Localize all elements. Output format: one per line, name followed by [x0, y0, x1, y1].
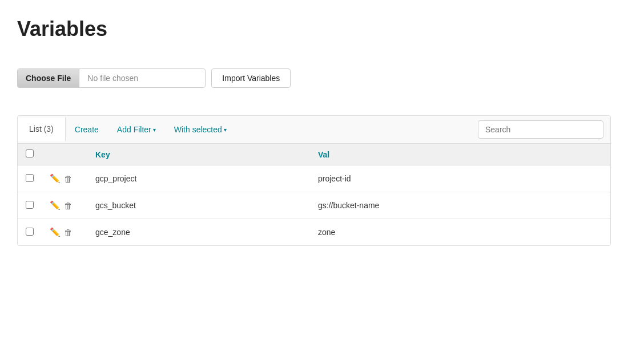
- add-filter-button[interactable]: Add Filter ▾: [108, 118, 165, 141]
- table-row: ✏️ 🗑 gcp_project project-id: [18, 165, 610, 192]
- row-checkbox-cell: [18, 219, 42, 246]
- row-actions: ✏️ 🗑: [50, 227, 79, 237]
- row-checkbox-2[interactable]: [26, 228, 34, 236]
- table-header-row: Key Val: [18, 144, 610, 165]
- add-filter-label: Add Filter: [117, 125, 151, 134]
- row-val-cell: gs://bucket-name: [310, 192, 610, 219]
- import-section: Choose File No file chosen Import Variab…: [17, 58, 611, 98]
- header-key: Key: [87, 144, 310, 165]
- row-val-cell: zone: [310, 219, 610, 246]
- variables-table-section: List (3) Create Add Filter ▾ With select…: [17, 115, 611, 246]
- delete-icon[interactable]: 🗑: [64, 228, 73, 237]
- header-val: Val: [310, 144, 610, 165]
- row-actions-cell: ✏️ 🗑: [42, 192, 87, 219]
- add-filter-dropdown-arrow: ▾: [153, 127, 156, 133]
- row-key-cell: gcp_project: [87, 165, 310, 192]
- create-button[interactable]: Create: [66, 118, 108, 141]
- row-checkbox-cell: [18, 192, 42, 219]
- row-key-cell: gcs_bucket: [87, 192, 310, 219]
- row-checkbox-cell: [18, 165, 42, 192]
- with-selected-button[interactable]: With selected ▾: [165, 118, 236, 141]
- create-label: Create: [75, 125, 99, 134]
- row-actions: ✏️ 🗑: [50, 200, 79, 211]
- row-checkbox-0[interactable]: [26, 174, 34, 182]
- val-column-label: Val: [318, 150, 329, 159]
- with-selected-dropdown-arrow: ▾: [224, 127, 227, 133]
- row-actions-cell: ✏️ 🗑: [42, 219, 87, 246]
- table-toolbar: List (3) Create Add Filter ▾ With select…: [18, 116, 610, 144]
- edit-icon[interactable]: ✏️: [50, 173, 61, 184]
- key-column-label: Key: [95, 150, 110, 159]
- row-actions-cell: ✏️ 🗑: [42, 165, 87, 192]
- delete-icon[interactable]: 🗑: [64, 201, 73, 211]
- row-val-cell: project-id: [310, 165, 610, 192]
- delete-icon[interactable]: 🗑: [64, 174, 73, 184]
- choose-file-button[interactable]: Choose File: [18, 69, 79, 87]
- import-variables-button[interactable]: Import Variables: [211, 68, 291, 88]
- variables-page: Variables Choose File No file chosen Imp…: [0, 0, 628, 364]
- edit-icon[interactable]: ✏️: [50, 200, 61, 211]
- header-checkbox-col: [18, 144, 42, 165]
- search-input[interactable]: [478, 120, 603, 139]
- page-title: Variables: [17, 17, 611, 41]
- list-tab: List (3): [18, 118, 66, 141]
- header-action-col: [42, 144, 87, 165]
- table-row: ✏️ 🗑 gcs_bucket gs://bucket-name: [18, 192, 610, 219]
- row-checkbox-1[interactable]: [26, 201, 34, 209]
- variables-table: Key Val ✏️ 🗑 gcp_project project-id: [18, 144, 610, 245]
- file-input-wrapper: Choose File No file chosen: [17, 68, 206, 88]
- row-key-cell: gce_zone: [87, 219, 310, 246]
- select-all-checkbox[interactable]: [26, 149, 34, 157]
- table-row: ✏️ 🗑 gce_zone zone: [18, 219, 610, 246]
- row-actions: ✏️ 🗑: [50, 173, 79, 184]
- file-name-display: No file chosen: [79, 69, 205, 87]
- with-selected-label: With selected: [174, 125, 222, 134]
- edit-icon[interactable]: ✏️: [50, 227, 61, 237]
